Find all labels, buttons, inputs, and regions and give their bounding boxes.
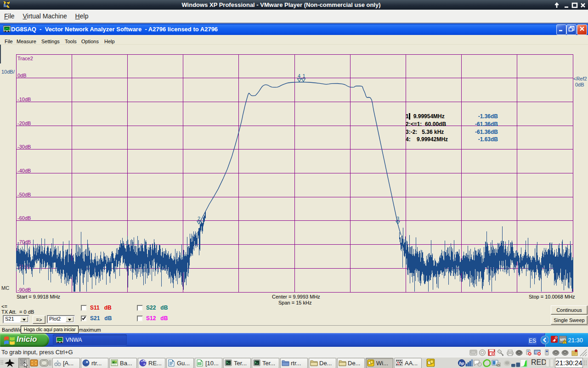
svg-text:2: 2 xyxy=(198,216,200,221)
svg-text:4: 4 xyxy=(298,73,300,79)
svg-text:3: 3 xyxy=(396,216,399,221)
svg-text:1: 1 xyxy=(303,73,305,79)
